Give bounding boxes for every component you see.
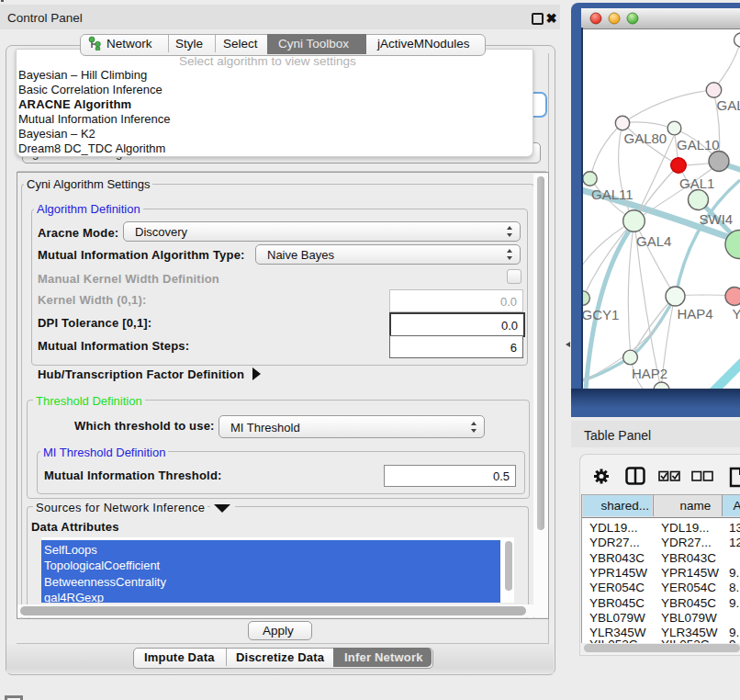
svg-text:GAL10: GAL10 [677,137,720,152]
svg-text:GAL80: GAL80 [624,130,667,146]
svg-text:SWI4: SWI4 [700,211,734,227]
svg-text:GAL4: GAL4 [636,233,671,249]
svg-text:GAL2: GAL2 [717,97,740,113]
svg-text:HAP4: HAP4 [678,306,713,322]
svg-text:GAL11: GAL11 [591,186,633,202]
svg-text:HAP2: HAP2 [632,366,667,381]
svg-text:GCY1: GCY1 [582,307,620,322]
svg-text:GAL1: GAL1 [679,175,714,191]
svg-text:YM: YM [733,306,740,322]
